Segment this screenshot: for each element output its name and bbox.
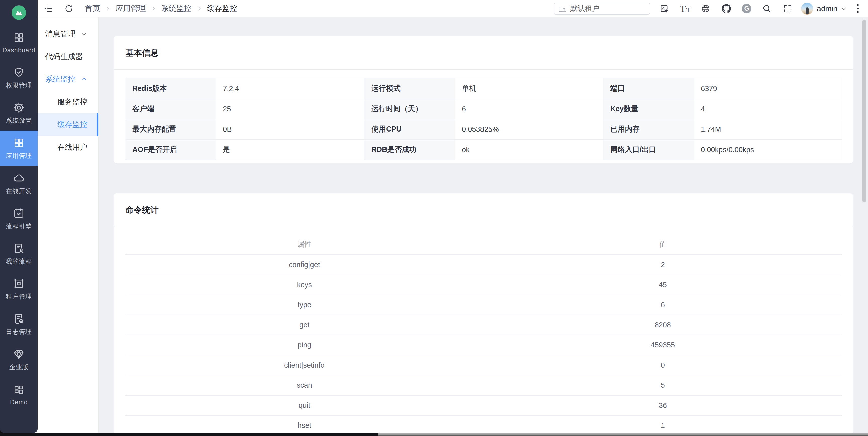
logo-wrap xyxy=(0,0,38,25)
breadcrumb-item-app-management[interactable]: 应用管理 xyxy=(116,3,146,13)
chevron-right-icon xyxy=(105,6,111,11)
command-stats-table: 属性 值 config|get2 keys45 type6 get8208 pi… xyxy=(125,234,842,433)
sidebar-item-log-management[interactable]: 日志管理 xyxy=(0,307,38,342)
diamond-icon xyxy=(13,348,25,360)
submenu-group-message-management[interactable]: 消息管理 xyxy=(38,23,98,45)
building-icon xyxy=(559,5,566,12)
calendar-check-icon xyxy=(13,207,25,219)
app-window: 首页 应用管理 系统监控 缓存监控 默认租 xyxy=(0,0,868,436)
table-header-row: 属性 值 xyxy=(125,234,842,255)
translate-icon[interactable]: A xyxy=(659,3,669,13)
submenu-item-cache-monitor[interactable]: 缓存监控 xyxy=(38,113,98,136)
globe-icon[interactable] xyxy=(701,3,711,13)
fullscreen-icon[interactable] xyxy=(782,3,793,13)
document-user-icon xyxy=(13,243,25,254)
sidebar-collapse-icon[interactable] xyxy=(43,3,53,13)
primary-sidebar: Dashboard 权限管理 系统设置 应用管理 xyxy=(0,0,38,433)
github-icon[interactable] xyxy=(721,3,731,13)
sidebar-item-system-settings[interactable]: 系统设置 xyxy=(0,95,38,131)
basic-info-title: 基本信息 xyxy=(114,36,853,70)
basic-info-card: 基本信息 Redis版本 7.2.4 运行模式 单机 端口 6379 客户端 2… xyxy=(114,36,853,164)
main-content: 基本信息 Redis版本 7.2.4 运行模式 单机 端口 6379 客户端 2… xyxy=(98,17,868,433)
sidebar-item-online-dev[interactable]: 在线开发 xyxy=(0,166,38,201)
chevron-down-icon xyxy=(82,31,87,37)
avatar xyxy=(801,2,813,14)
sidebar-item-enterprise[interactable]: 企业版 xyxy=(0,342,38,377)
table-row: 最大内存配置 0B 使用CPU 0.053825% 已用内存 1.74M xyxy=(125,119,842,140)
table-row: config|get2 xyxy=(125,255,842,274)
breadcrumb-item-system-monitor[interactable]: 系统监控 xyxy=(161,3,191,13)
submenu-item-code-generator[interactable]: 代码生成器 xyxy=(38,45,98,68)
submenu-item-service-monitor[interactable]: 服务监控 xyxy=(38,90,98,113)
grid-icon xyxy=(13,32,25,43)
sidebar-item-demo[interactable]: Demo xyxy=(0,377,38,412)
user-menu[interactable]: admin xyxy=(801,2,847,14)
chevron-right-icon xyxy=(196,6,202,11)
refresh-icon[interactable] xyxy=(64,3,74,13)
table-row: get8208 xyxy=(125,315,842,335)
top-header: 首页 应用管理 系统监控 缓存监控 默认租 xyxy=(38,0,868,17)
sidebar-item-app-management[interactable]: 应用管理 xyxy=(0,131,38,166)
basic-info-table: Redis版本 7.2.4 运行模式 单机 端口 6379 客户端 25 运行时… xyxy=(125,78,842,160)
background-window-strip xyxy=(0,433,868,436)
font-size-icon[interactable]: TT xyxy=(680,4,690,13)
table-row: Redis版本 7.2.4 运行模式 单机 端口 6379 xyxy=(125,79,842,99)
windows-icon xyxy=(13,384,25,396)
sidebar-item-my-workflow[interactable]: 我的流程 xyxy=(0,236,38,271)
sidebar-item-permissions[interactable]: 权限管理 xyxy=(0,60,38,95)
table-row: client|setinfo0 xyxy=(125,355,842,375)
breadcrumb: 首页 应用管理 系统监控 缓存监控 xyxy=(85,3,237,13)
table-row: AOF是否开启 是 RDB是否成功 ok 网络入口/出口 0.00kps/0.0… xyxy=(125,140,842,160)
cloud-icon xyxy=(13,172,25,184)
shield-check-icon xyxy=(13,67,25,78)
tenant-select-value: 默认租户 xyxy=(570,3,599,13)
chevron-down-icon xyxy=(841,5,847,11)
user-name: admin xyxy=(817,4,837,13)
table-row: quit36 xyxy=(125,395,842,415)
app-logo[interactable] xyxy=(11,5,26,20)
table-row: 客户端 25 运行时间（天） 6 Key数量 4 xyxy=(125,99,842,119)
header-icon-group: A TT G xyxy=(659,3,793,13)
vertical-scrollbar-thumb[interactable] xyxy=(863,20,866,202)
tenant-select[interactable]: 默认租户 xyxy=(554,2,650,14)
more-menu-icon[interactable] xyxy=(854,3,862,14)
table-row: hset1 xyxy=(125,415,842,433)
grid-icon xyxy=(13,137,25,149)
sidebar-item-tenant-management[interactable]: 租户管理 xyxy=(0,271,38,307)
secondary-sidebar: 消息管理 代码生成器 系统监控 服务监控 缓存监控 在线用户 xyxy=(35,17,98,433)
sidebar-item-workflow-engine[interactable]: 流程引擎 xyxy=(0,201,38,236)
tenant-icon xyxy=(13,278,25,289)
submenu-item-online-users[interactable]: 在线用户 xyxy=(38,136,98,158)
header-right-tools: 默认租户 A TT xyxy=(554,2,868,14)
table-row: type6 xyxy=(125,295,842,315)
breadcrumb-item-cache-monitor[interactable]: 缓存监控 xyxy=(207,3,237,13)
background-window-dark-segment xyxy=(0,433,378,436)
background-window-gray-segment xyxy=(378,433,868,436)
table-row: scan5 xyxy=(125,375,842,395)
gear-icon xyxy=(13,102,25,113)
svg-text:A: A xyxy=(662,6,664,10)
breadcrumb-item-home[interactable]: 首页 xyxy=(85,3,100,13)
chevron-right-icon xyxy=(151,6,156,11)
command-stats-card: 命令统计 属性 值 config|get2 keys45 type6 get82… xyxy=(114,193,853,433)
table-row: keys45 xyxy=(125,274,842,295)
table-row: ping459355 xyxy=(125,335,842,355)
search-icon[interactable] xyxy=(762,3,772,13)
document-check-icon xyxy=(13,313,25,325)
chevron-up-icon xyxy=(82,77,87,82)
gitee-icon[interactable]: G xyxy=(742,4,751,13)
command-stats-title: 命令统计 xyxy=(114,193,853,227)
sidebar-item-dashboard[interactable]: Dashboard xyxy=(0,25,38,60)
submenu-group-system-monitor[interactable]: 系统监控 xyxy=(38,68,98,90)
